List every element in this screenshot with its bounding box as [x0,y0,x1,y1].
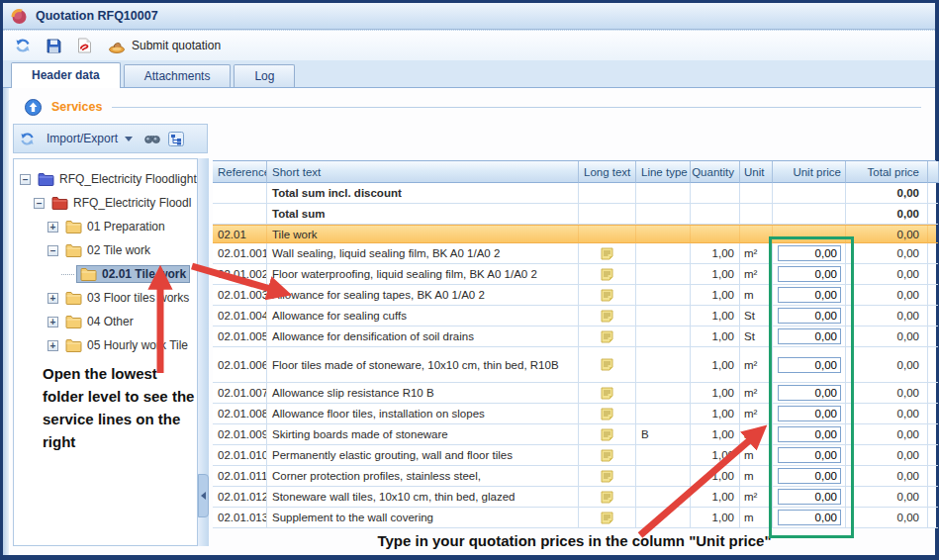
long-text-cell[interactable] [579,327,636,347]
unit-cell: St [740,306,773,327]
filler-cell [928,508,938,528]
column-header-quantity[interactable]: Quantity [691,161,740,183]
tree-expander-minus[interactable]: – [47,245,58,256]
tree-item-rfq-electricity-floodlight[interactable]: – RFQ_Electricity Floodlight [14,167,197,191]
tree-node[interactable]: RFQ_Electricity Floodlight [35,171,198,187]
unit-price-cell [773,226,846,243]
tree-item-05-hourly-work-tile[interactable]: + 05 Hourly work Tile [14,333,197,357]
tree-expander-minus[interactable]: – [20,174,31,185]
long-text-cell[interactable] [579,383,636,404]
long-text-cell[interactable] [579,243,636,264]
tree-node-selected[interactable]: 02.01 Tile work [77,266,189,282]
column-header-unit[interactable]: Unit [740,161,773,183]
short-text-cell: Allowance floor tiles, installation on s… [267,404,579,424]
unit-price-cell [773,424,846,445]
long-text-cell[interactable] [579,306,636,327]
tree-expander-plus[interactable]: + [47,340,58,351]
save-button[interactable] [47,39,61,53]
tree-item-01-preparation[interactable]: + 01 Preparation [14,215,197,238]
long-text-cell[interactable] [579,285,636,306]
unit-price-input[interactable] [778,426,841,442]
long-text-cell[interactable] [579,404,636,424]
refresh-button[interactable] [15,38,31,53]
unit-price-input[interactable] [778,468,841,484]
short-text-cell: Allowance slip resistance R10 B [267,383,579,404]
tree-node[interactable]: 03 Floor tiles works [62,290,192,306]
unit-price-input[interactable] [778,245,841,261]
tree-item-03-floor-tiles-works[interactable]: + 03 Floor tiles works [14,286,197,310]
unit-price-input[interactable] [778,287,841,303]
unit-price-input[interactable] [778,357,841,373]
unit-price-input[interactable] [778,447,841,463]
summary-row: Total sum0,00 [213,204,936,225]
tree-node[interactable]: 01 Preparation [62,219,168,234]
long-text-cell[interactable] [579,487,636,508]
column-header-long-text[interactable]: Long text [579,161,636,183]
column-header-reference-no-[interactable]: Reference no. [213,161,267,183]
tree-node[interactable]: 02 Tile work [62,242,153,258]
long-text-cell [579,183,636,204]
tree-node[interactable]: 05 Hourly work Tile [62,337,191,353]
unit-price-input[interactable] [778,385,841,401]
tree-item-04-other[interactable]: + 04 Other [14,310,197,333]
unit-price-input[interactable] [778,489,841,505]
column-header-total-price[interactable]: Total price [846,161,928,183]
long-text-cell[interactable] [579,466,636,487]
unit-price-input[interactable] [778,406,841,421]
tree-expander-minus[interactable]: – [34,198,45,209]
tree-expander-plus[interactable]: + [47,293,58,304]
column-header-unit-price[interactable]: Unit price [773,161,846,183]
tab-attachments[interactable]: Attachments [124,64,232,87]
import-export-dropdown[interactable]: Import/Export [43,130,137,147]
unit-price-cell [773,508,846,528]
collapse-section-icon[interactable] [25,99,42,116]
long-text-cell[interactable] [579,424,636,445]
long-text-cell[interactable] [579,508,636,528]
tree-item-02-tile-work[interactable]: – 02 Tile work [14,238,197,262]
reference-cell: 02.01.0100 [213,445,267,466]
tab-header-data[interactable]: Header data [11,62,121,88]
unit-price-input[interactable] [778,510,841,525]
tree-node[interactable]: 04 Other [62,314,137,329]
left-edge-strip [3,88,9,555]
submit-quotation-button[interactable]: Submit quotation [108,39,221,53]
quantity-cell: 1,00 [691,383,740,404]
panel-splitter[interactable] [198,158,209,546]
tree-item-label: RFQ_Electricity Floodl [73,196,191,210]
unit-price-input[interactable] [778,308,841,324]
tree-expander-plus[interactable]: + [47,222,58,233]
tab-log[interactable]: Log [234,64,295,87]
filler-cell [928,204,938,225]
table-row: 02.01.0110Corner protection profiles, st… [213,466,936,487]
unit-cell: m² [740,264,773,285]
reference-cell: 02.01.0050 [213,327,267,347]
tree-expander-plus[interactable]: + [47,317,58,327]
tree-refresh-button[interactable] [20,132,35,146]
tree-item-rfq-electricity-floodl[interactable]: – RFQ_Electricity Floodl [14,191,197,215]
unit-price-cell [773,243,846,264]
unit-price-input[interactable] [778,328,841,344]
long-text-cell[interactable] [579,347,636,383]
collapse-panel-handle[interactable] [198,474,209,517]
pdf-icon [77,38,92,53]
column-header-line-type[interactable]: Line type [636,161,691,183]
header-data-panel: Services Import/Export [3,88,935,555]
long-text-cell[interactable] [579,264,636,285]
long-text-icon [601,512,613,524]
expand-hierarchy-button[interactable] [168,132,184,146]
tree-item-02-01-tile-work[interactable]: 02.01 Tile work [14,262,197,286]
save-icon [47,39,61,53]
table-row: 02.01.0090Skirting boards made of stonew… [213,424,936,445]
unit-price-cell [773,445,846,466]
total-price-cell: 0,00 [846,204,928,225]
long-text-cell[interactable] [579,445,636,466]
long-text-icon [601,408,613,420]
filler-cell [928,264,938,285]
tree-node[interactable]: RFQ_Electricity Floodl [48,195,194,211]
find-button[interactable] [144,133,160,144]
pdf-button[interactable] [77,38,92,53]
unit-price-input[interactable] [778,266,841,282]
group-row[interactable]: 02.01Tile work0,00 [213,225,936,243]
line-type-cell [636,183,691,204]
column-header-short-text[interactable]: Short text [267,161,579,183]
